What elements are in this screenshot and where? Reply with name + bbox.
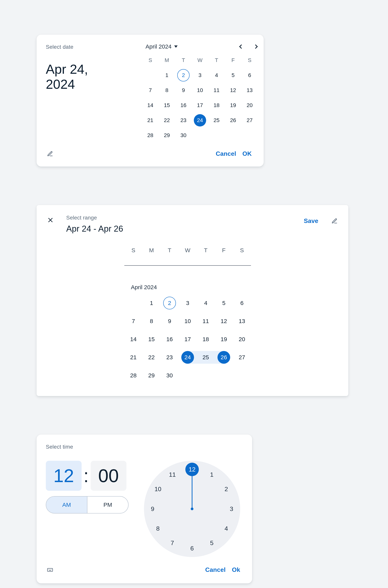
cancel-button[interactable]: Cancel [213, 149, 239, 159]
calendar-day[interactable]: 29 [161, 129, 173, 142]
next-month-button[interactable] [253, 45, 258, 49]
clock-hour[interactable]: 9 [146, 502, 159, 515]
edit-icon[interactable] [330, 217, 339, 225]
calendar-day[interactable]: 20 [236, 333, 248, 346]
calendar-day[interactable]: 23 [163, 351, 176, 364]
date-picker-dialog: Select date Apr 24, 2024 April 2024 SMTW… [37, 35, 264, 167]
calendar-day[interactable]: 11 [210, 84, 223, 97]
weekday-header: F [231, 57, 235, 63]
calendar-day[interactable]: 14 [127, 333, 140, 346]
clock-hour[interactable]: 3 [225, 502, 238, 515]
calendar-day[interactable]: 27 [243, 114, 256, 126]
calendar-day[interactable]: 9 [177, 84, 190, 97]
calendar-day[interactable]: 1 [145, 297, 158, 309]
calendar-day[interactable]: 26 [227, 114, 239, 126]
clock-hour[interactable]: 1 [205, 468, 219, 481]
calendar-day[interactable]: 27 [236, 351, 248, 364]
calendar-day[interactable]: 12 [218, 315, 230, 327]
calendar-day[interactable]: 28 [144, 129, 156, 142]
calendar-day[interactable]: 23 [177, 114, 190, 126]
clock-hour[interactable]: 4 [219, 522, 233, 536]
clock-hour[interactable]: 7 [166, 536, 179, 550]
calendar-day[interactable]: 13 [243, 84, 256, 97]
weekday-header: T [161, 247, 179, 254]
calendar-day[interactable]: 25 [210, 114, 223, 126]
clock-hour[interactable]: 2 [219, 483, 233, 496]
calendar-day[interactable]: 8 [145, 315, 158, 327]
edit-icon[interactable] [46, 150, 54, 158]
weekday-header: T [215, 57, 218, 63]
clock-hour[interactable]: 10 [151, 483, 165, 496]
calendar-day[interactable]: 30 [177, 129, 190, 142]
close-icon[interactable] [46, 216, 55, 224]
calendar-day[interactable]: 13 [236, 315, 248, 327]
calendar-day[interactable]: 22 [161, 114, 173, 126]
save-button[interactable]: Save [301, 216, 321, 226]
calendar-day[interactable]: 17 [181, 333, 194, 346]
calendar-day[interactable]: 2 [163, 297, 176, 309]
calendar-day[interactable]: 2 [177, 69, 190, 81]
clock-hour[interactable]: 11 [166, 468, 179, 481]
previous-month-button[interactable] [239, 45, 244, 49]
time-supporting-text: Select time [46, 444, 243, 450]
clock-hour[interactable]: 12 [185, 463, 199, 476]
calendar-day[interactable]: 30 [163, 369, 176, 382]
calendar-day[interactable]: 14 [144, 99, 156, 111]
ok-button[interactable]: OK [240, 149, 254, 159]
clock-hour[interactable]: 8 [151, 522, 165, 536]
calendar-day[interactable]: 5 [218, 297, 230, 309]
calendar-day[interactable]: 17 [194, 99, 206, 111]
calendar-day[interactable]: 8 [161, 84, 173, 97]
pm-button[interactable]: PM [87, 496, 128, 513]
calendar-day[interactable]: 10 [181, 315, 194, 327]
month-select-button[interactable]: April 2024 [146, 43, 178, 50]
calendar-day[interactable]: 15 [145, 333, 158, 346]
calendar-day[interactable]: 28 [127, 369, 140, 382]
calendar-day[interactable]: 3 [194, 69, 206, 81]
calendar-day[interactable]: 18 [199, 333, 212, 346]
calendar-day[interactable]: 15 [161, 99, 173, 111]
calendar-day[interactable]: 10 [194, 84, 206, 97]
hour-input[interactable]: 12 [46, 461, 82, 491]
calendar-day[interactable]: 5 [227, 69, 239, 81]
calendar-day[interactable]: 4 [210, 69, 223, 81]
clock-hour[interactable]: 5 [205, 536, 219, 550]
clock-hour[interactable]: 6 [185, 542, 199, 555]
calendar-day[interactable]: 24 [181, 351, 194, 364]
weekday-header: S [124, 247, 143, 254]
calendar-day[interactable]: 26 [218, 351, 230, 364]
calendar-day[interactable]: 4 [199, 297, 212, 309]
calendar-day[interactable]: 16 [163, 333, 176, 346]
calendar-day[interactable]: 24 [194, 114, 206, 126]
calendar-day[interactable]: 19 [227, 99, 239, 111]
calendar-day[interactable]: 25 [199, 351, 212, 364]
calendar-day[interactable]: 7 [144, 84, 156, 97]
weekday-header: S [233, 247, 251, 254]
calendar-day[interactable]: 1 [161, 69, 173, 81]
clock-center [191, 508, 194, 510]
date-picker-headline: Apr 24, 2024 [46, 62, 142, 92]
minute-input[interactable]: 00 [91, 461, 126, 491]
keyboard-icon[interactable] [46, 566, 54, 574]
calendar-day[interactable]: 7 [127, 315, 140, 327]
calendar-day[interactable]: 11 [199, 315, 212, 327]
calendar-day[interactable]: 29 [145, 369, 158, 382]
calendar-day[interactable]: 21 [127, 351, 140, 364]
calendar-day[interactable]: 16 [177, 99, 190, 111]
calendar-day[interactable]: 22 [145, 351, 158, 364]
calendar-day[interactable]: 6 [243, 69, 256, 81]
ampm-toggle: AM PM [46, 496, 129, 514]
range-month-label: April 2024 [131, 284, 259, 291]
calendar-day[interactable]: 12 [227, 84, 239, 97]
calendar-day[interactable]: 20 [243, 99, 256, 111]
calendar-day[interactable]: 3 [181, 297, 194, 309]
calendar-day[interactable]: 6 [236, 297, 248, 309]
clock-face[interactable]: 121234567891011 [144, 461, 240, 557]
calendar-day[interactable]: 9 [163, 315, 176, 327]
calendar-day[interactable]: 18 [210, 99, 223, 111]
ok-button[interactable]: Ok [229, 565, 243, 575]
calendar-day[interactable]: 21 [144, 114, 156, 126]
calendar-day[interactable]: 19 [218, 333, 230, 346]
cancel-button[interactable]: Cancel [202, 565, 228, 575]
am-button[interactable]: AM [46, 496, 87, 513]
